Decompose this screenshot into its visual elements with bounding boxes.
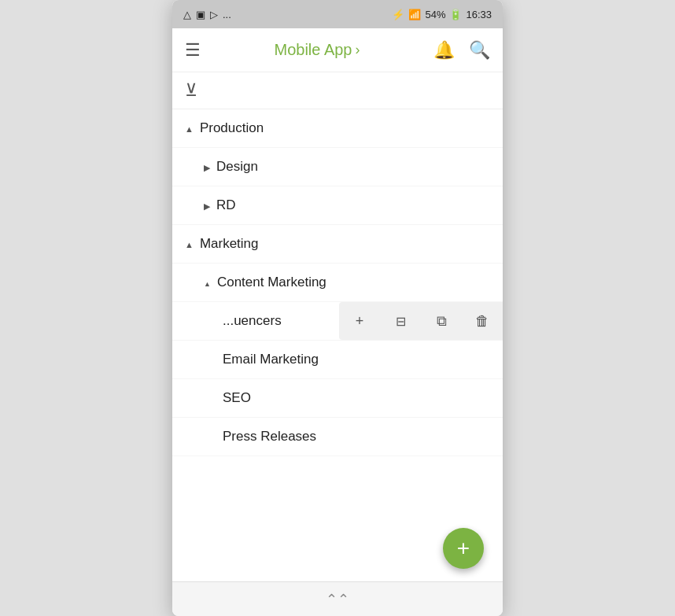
status-icon-screen: ▣ [196, 9, 205, 20]
menu-icon[interactable] [185, 40, 201, 61]
app-title-chevron: › [355, 42, 360, 58]
tree-item-label-email-marketing: Email Marketing [223, 352, 319, 367]
tree-item-label-press-releases: Press Releases [223, 429, 316, 444]
tree-item-rd[interactable]: RD [172, 186, 503, 225]
battery-level: 54% [425, 9, 445, 20]
status-bar-right: ⚡ 📶 54% 🔋 16:33 [392, 9, 492, 20]
tree-item-label-content-marketing: Content Marketing [217, 275, 326, 290]
tree-item-label-influencers: ...uencers [223, 313, 282, 329]
app-bar-icons: 🔔 🔍 [433, 40, 490, 61]
tree-item-label-marketing: Marketing [200, 236, 259, 252]
tree-list: Production Design RD Marketing Content M… [172, 109, 503, 581]
status-icon-alert: △ [183, 9, 191, 20]
bottom-nav-icon: ⌃⌃ [326, 591, 349, 608]
chevron-production [185, 123, 194, 135]
tree-item-email-marketing[interactable]: Email Marketing [172, 341, 503, 379]
app-title-container[interactable]: Mobile App › [275, 41, 360, 59]
status-icon-play: ▷ [210, 9, 218, 20]
tree-item-seo[interactable]: SEO [172, 379, 503, 418]
filter-row [172, 72, 503, 109]
tree-item-label-production: Production [200, 120, 264, 136]
fab-add-button[interactable]: + [443, 528, 484, 569]
chevron-rd [204, 200, 210, 212]
tree-item-influencers[interactable]: ...uencers + ⊟ ⧉ 🗑 [172, 302, 503, 341]
chevron-marketing [185, 238, 194, 250]
action-add-button[interactable]: + [339, 302, 380, 340]
action-delete-button[interactable]: 🗑 [462, 302, 503, 340]
bottom-navigation: ⌃⌃ [172, 581, 503, 616]
status-dots: ... [223, 9, 231, 20]
tree-item-label-rd: RD [216, 197, 236, 213]
tree-item-label-seo: SEO [223, 390, 251, 406]
status-bar: △ ▣ ▷ ... ⚡ 📶 54% 🔋 16:33 [172, 0, 503, 28]
action-copy-button[interactable]: ⧉ [421, 302, 462, 340]
status-bar-left: △ ▣ ▷ ... [183, 9, 231, 20]
search-icon[interactable]: 🔍 [469, 40, 490, 61]
action-bar: + ⊟ ⧉ 🗑 [339, 302, 503, 340]
wifi-icon: 📶 [408, 9, 421, 20]
time-display: 16:33 [466, 9, 492, 20]
tree-item-content-marketing[interactable]: Content Marketing [172, 264, 503, 302]
bluetooth-icon: ⚡ [392, 9, 404, 20]
fab-icon: + [457, 536, 470, 561]
action-adjust-button[interactable]: ⊟ [380, 302, 421, 340]
tree-item-label-design: Design [216, 159, 258, 175]
phone-frame: △ ▣ ▷ ... ⚡ 📶 54% 🔋 16:33 Mobile App › 🔔… [172, 0, 503, 616]
app-title: Mobile App [275, 41, 352, 59]
tree-item-press-releases[interactable]: Press Releases [172, 418, 503, 456]
chevron-design [204, 161, 210, 173]
tree-item-production[interactable]: Production [172, 109, 503, 148]
tree-item-marketing[interactable]: Marketing [172, 225, 503, 264]
notification-bell-icon[interactable]: 🔔 [433, 40, 455, 61]
app-bar: Mobile App › 🔔 🔍 [172, 28, 503, 72]
chevron-content-marketing [204, 277, 211, 289]
filter-icon[interactable] [185, 85, 197, 98]
tree-item-design[interactable]: Design [172, 148, 503, 186]
battery-icon: 🔋 [449, 9, 462, 20]
